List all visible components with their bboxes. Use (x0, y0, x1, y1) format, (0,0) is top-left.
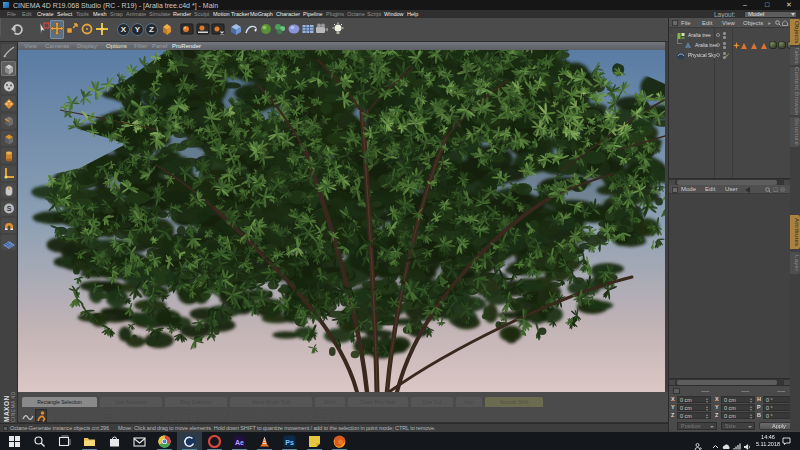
tweak-mode-button[interactable] (1, 148, 16, 163)
bottom-icon-19-dim[interactable] (269, 409, 281, 422)
taskbar-clock[interactable]: 14:46 5.11.2018 (750, 434, 786, 448)
action-center-icon[interactable] (782, 437, 791, 445)
menu-motion-tracker[interactable]: Motion Tracker (213, 10, 249, 18)
primitive-cube-tool[interactable] (229, 20, 243, 39)
coord-field-1-X[interactable]: 0 cm (721, 396, 755, 403)
menu-help[interactable]: Help (407, 10, 418, 18)
bottom-icon-12-dim[interactable] (178, 409, 190, 422)
target-icon[interactable]: ◎ (780, 185, 785, 194)
taskbar-app-chrome[interactable] (152, 432, 177, 450)
enabled-check-icon[interactable]: ✓ (725, 50, 730, 60)
bottom-icon-7-dim[interactable] (113, 409, 125, 422)
tray-volume-icon[interactable] (743, 437, 751, 450)
bottom-icon-0-wave[interactable] (22, 409, 34, 422)
spline-pen-tool[interactable] (244, 20, 258, 39)
taskbar-app-explorer[interactable] (77, 432, 102, 450)
render-view-tool[interactable] (180, 20, 194, 39)
bottom-icon-15-dim[interactable] (217, 409, 229, 422)
move-tool[interactable] (50, 20, 64, 39)
side-tab-structure[interactable]: Structure (790, 117, 800, 147)
taskbar-app-task-view[interactable] (52, 432, 77, 450)
taskbar-app-after-effects[interactable]: Ae (227, 432, 252, 450)
am-menu-edit[interactable]: Edit (705, 185, 715, 194)
bottom-icon-13-dim[interactable] (191, 409, 203, 422)
menu-octane[interactable]: Octane (347, 10, 365, 18)
tool-tab-stitch[interactable]: Stitch (315, 397, 345, 407)
object-row-aralia-tree-parent[interactable]: ◦ Aralia tree (669, 30, 790, 40)
tool-tab-live-selection[interactable]: Live Selection (100, 397, 162, 407)
viewport-menu-prorender[interactable]: ProRender (172, 42, 201, 50)
cone-tag-icon[interactable] (741, 43, 747, 49)
bottom-icon-4-dim[interactable] (74, 409, 86, 422)
menu-snap[interactable]: Snap (110, 10, 123, 18)
menu-tools[interactable]: Tools (76, 10, 89, 18)
menu-script[interactable]: Script (367, 10, 381, 18)
taskbar-app-photoshop[interactable]: Ps (277, 432, 302, 450)
cone-tag-icon[interactable] (761, 43, 767, 49)
bottom-icon-21-dim[interactable] (295, 409, 307, 422)
spinner[interactable] (750, 406, 753, 411)
spinner[interactable] (706, 406, 709, 411)
bottom-icon-16-dim[interactable] (230, 409, 242, 422)
floor-environment-tool[interactable] (259, 20, 273, 39)
menu-create[interactable]: Create (37, 10, 54, 18)
tool-tab-smooth-shift[interactable]: Smooth Shift (485, 397, 543, 407)
polygons-mode-button[interactable] (1, 131, 16, 146)
material-sphere[interactable] (778, 41, 786, 49)
snap-s-button[interactable]: S (1, 201, 16, 216)
spinner[interactable] (706, 398, 709, 403)
search-icon[interactable] (765, 187, 771, 193)
tool-tab-close-poly-hole[interactable]: Close Poly Hole (348, 397, 408, 407)
coord-field-1-Y[interactable]: 0 cm (721, 404, 755, 411)
tray-onedrive-icon[interactable] (722, 437, 730, 450)
texture-mode-button[interactable] (1, 79, 16, 94)
menu-render[interactable]: Render (173, 10, 191, 18)
menu-animate[interactable]: Animate (126, 10, 146, 18)
taskbar-app-vlc[interactable] (252, 432, 277, 450)
rotate-tool[interactable] (80, 20, 94, 39)
points-mode-button[interactable] (1, 96, 16, 111)
axis-cross-tool[interactable] (95, 20, 109, 39)
bottom-icon-22-dim[interactable] (308, 409, 320, 422)
bottom-icon-8-dim[interactable] (126, 409, 138, 422)
menu-character[interactable]: Character (276, 10, 300, 18)
tool-tab-move-brush-tool[interactable]: Move Brush Tool (230, 397, 312, 407)
scale-tool[interactable] (65, 20, 79, 39)
spinner[interactable] (750, 414, 753, 419)
cone-tag-icon[interactable] (751, 43, 757, 49)
taskbar-app-opera[interactable] (202, 432, 227, 450)
metaball-tool[interactable] (287, 20, 301, 39)
bottom-icon-6-dim[interactable] (100, 409, 112, 422)
menu-edit[interactable]: Edit (22, 10, 31, 18)
coord-field-0-X[interactable]: 0 cm (677, 396, 711, 403)
viewport-menu-view[interactable]: View (24, 42, 37, 50)
tool-tab-iron[interactable]: Iron (456, 397, 482, 407)
bottom-icon-17-dim[interactable] (243, 409, 255, 422)
coord-field-1-Z[interactable]: 0 cm (721, 412, 755, 419)
menu-mograph[interactable]: MoGraph (250, 10, 273, 18)
am-menu-mode[interactable]: Mode (681, 185, 696, 194)
taskbar-app-search[interactable] (27, 432, 52, 450)
viewport-menu-display[interactable]: Display (77, 42, 97, 50)
coords-size-dropdown[interactable]: Size (721, 422, 755, 430)
render-picture-viewer-tool[interactable] (196, 20, 210, 39)
menu-simulate[interactable]: Simulate (149, 10, 170, 18)
side-tab-layer[interactable]: Layer (790, 252, 800, 274)
tool-tab-rectangle-selection[interactable]: Rectangle Selection (22, 397, 97, 407)
tray-network-icon[interactable] (733, 437, 741, 450)
edges-mode-button[interactable] (1, 114, 16, 129)
enable-snap-button[interactable] (1, 218, 16, 233)
am-hscrollbar[interactable] (669, 378, 790, 385)
home-icon[interactable] (782, 20, 788, 26)
side-tab-content-browser[interactable]: Content Browser (790, 67, 800, 115)
undo-tool[interactable] (6, 20, 30, 39)
visibility-dots[interactable] (716, 41, 728, 49)
object-row-physical-sky[interactable]: Physical Sky ✓ (669, 50, 790, 60)
viewport-solo-button[interactable] (1, 183, 16, 198)
menu-select[interactable]: Select (57, 10, 72, 18)
side-tab-attributes[interactable]: Attributes (790, 215, 800, 249)
am-menu-user[interactable]: User (725, 185, 738, 194)
lock-z-tool[interactable]: Z (145, 23, 158, 36)
tool-tab-ring-selection[interactable]: Ring Selection (165, 397, 227, 407)
maximize-button[interactable]: □ (758, 0, 776, 10)
